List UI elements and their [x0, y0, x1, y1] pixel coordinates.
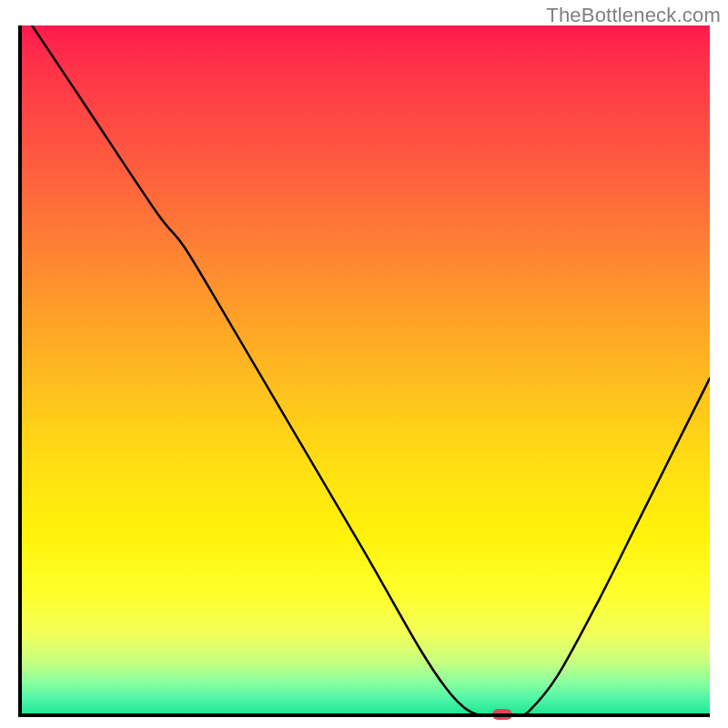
- bottleneck-curve: [18, 25, 710, 717]
- chart-container: TheBottleneck.com: [0, 0, 728, 728]
- plot-area: [18, 25, 710, 717]
- watermark-text: TheBottleneck.com: [546, 4, 721, 27]
- optimal-point-marker: [492, 709, 512, 720]
